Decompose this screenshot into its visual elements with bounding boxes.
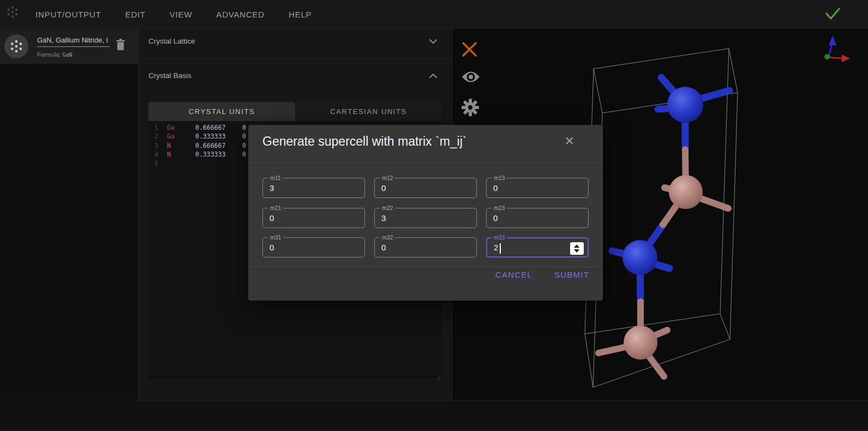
generate-supercell-dialog: Generate supercell with matrix `m_ij` × …	[248, 125, 603, 301]
atom-n-sphere	[667, 87, 703, 123]
field-label: m31	[268, 234, 283, 241]
axes-gizmo	[824, 35, 850, 62]
units-tabbar: CRYSTAL UNITS CARTESIAN UNITS	[148, 102, 442, 121]
field-label: m22	[380, 205, 395, 211]
field-label: m11	[268, 175, 283, 181]
matrix-field-m21: m21	[262, 208, 365, 228]
matrix-field-m13: m13	[486, 178, 589, 198]
m12-input[interactable]	[375, 178, 476, 197]
field-label: m23	[492, 205, 507, 211]
section-crystal-basis[interactable]: Crystal Basis	[148, 71, 191, 80]
menu-input-output[interactable]: INPUT/OUTPUT	[35, 10, 101, 19]
field-label: m13	[492, 175, 507, 181]
field-label: m12	[380, 175, 395, 181]
atom-ga-sphere	[624, 326, 657, 360]
material-list-item[interactable]: GaN, Gallium Nitride, I Formula: GaN	[0, 29, 139, 64]
dialog-close-icon[interactable]: ×	[565, 133, 574, 149]
dot-cluster-icon	[4, 34, 28, 58]
bottom-strip	[0, 400, 868, 431]
atom-n-sphere	[622, 240, 657, 275]
matrix-field-m22: m22	[374, 208, 477, 228]
app-logo-icon	[4, 4, 21, 20]
submit-button[interactable]: SUBMIT	[554, 270, 589, 279]
delete-material-icon[interactable]	[116, 38, 125, 51]
matrix-field-m23: m23	[486, 208, 589, 228]
field-label: m32	[380, 234, 395, 241]
save-check-icon[interactable]	[823, 4, 842, 21]
material-formula: Formula: GaN	[37, 51, 73, 58]
cancel-button[interactable]: CANCEL	[495, 270, 532, 279]
matrix-field-m12: m12	[374, 178, 477, 198]
eye-icon[interactable]	[461, 70, 481, 84]
spinner-down-icon[interactable]	[574, 249, 579, 253]
text-caret	[500, 243, 501, 254]
atom-ga-sphere	[669, 175, 703, 209]
menu-advanced[interactable]: ADVANCED	[216, 10, 265, 19]
number-spinner[interactable]	[570, 242, 584, 255]
chevron-up-icon[interactable]	[429, 73, 438, 79]
m22-input[interactable]	[375, 208, 476, 228]
chevron-down-icon[interactable]	[429, 39, 438, 44]
tab-cartesian-units[interactable]: CARTESIAN UNITS	[295, 102, 442, 121]
menubar: INPUT/OUTPUT EDIT VIEW ADVANCED HELP	[0, 0, 868, 28]
viewer-close-icon[interactable]	[461, 41, 478, 58]
matrix-field-m32: m32	[374, 237, 477, 258]
app-window: INPUT/OUTPUT EDIT VIEW ADVANCED HELP GaN	[0, 0, 868, 431]
section-crystal-lattice[interactable]: Crystal Lattice	[148, 37, 195, 45]
menu-help[interactable]: HELP	[289, 10, 312, 19]
m11-input[interactable]	[263, 178, 364, 197]
m13-input[interactable]	[487, 178, 588, 197]
m23-input[interactable]	[487, 208, 588, 228]
matrix-field-m33: m33	[486, 237, 589, 258]
gear-icon[interactable]	[461, 98, 480, 117]
resize-handle-icon[interactable]	[435, 374, 441, 381]
m31-input[interactable]	[263, 238, 364, 257]
material-name-field[interactable]: GaN, Gallium Nitride, I	[37, 36, 110, 47]
spinner-up-icon[interactable]	[574, 244, 579, 248]
matrix-field-m11: m11	[262, 178, 365, 198]
tab-crystal-units[interactable]: CRYSTAL UNITS	[148, 102, 295, 121]
menu-view[interactable]: VIEW	[170, 10, 193, 19]
dialog-title: Generate supercell with matrix `m_ij`	[262, 134, 467, 149]
m32-input[interactable]	[375, 238, 476, 257]
unit-cell-wireframe	[585, 49, 738, 387]
field-label: m33	[492, 234, 507, 241]
m21-input[interactable]	[263, 208, 364, 228]
materials-sidebar: GaN, Gallium Nitride, I Formula: GaN	[0, 28, 139, 400]
menu-edit[interactable]: EDIT	[125, 10, 145, 19]
field-label: m21	[268, 205, 283, 211]
bonds	[598, 77, 729, 376]
material-avatar	[4, 34, 28, 58]
matrix-field-m31: m31	[262, 237, 365, 258]
